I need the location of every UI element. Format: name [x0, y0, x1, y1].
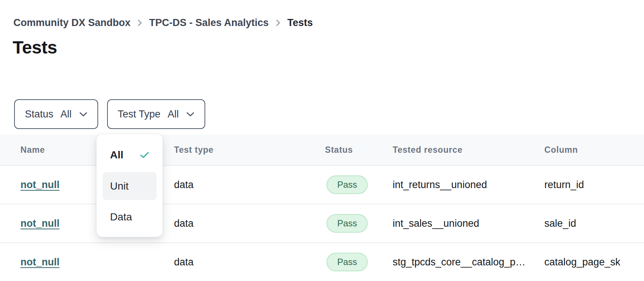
breadcrumb-item-project[interactable]: Community DX Sandbox [13, 17, 131, 29]
status-filter-label: Status [25, 109, 54, 120]
status-filter-button[interactable]: Status All [14, 99, 98, 129]
chevron-right-icon [276, 19, 280, 26]
column-cell: return_id [544, 179, 644, 191]
column-header-test-type: Test type [174, 145, 325, 155]
column-cell: catalog_page_sk [544, 256, 644, 268]
page-title: Tests [13, 37, 57, 58]
status-badge: Pass [326, 214, 368, 233]
tested-resource-cell: stg_tpcds_core__catalog_p… [393, 256, 544, 268]
test-type-cell: data [174, 179, 325, 191]
status-badge: Pass [326, 175, 368, 194]
test-name-link[interactable]: not_null [20, 179, 59, 190]
check-icon [140, 152, 149, 158]
dropdown-item-label: All [110, 149, 123, 161]
dropdown-item-unit[interactable]: Unit [103, 172, 157, 200]
table-row: not_null data Pass stg_tpcds_core__catal… [0, 242, 644, 281]
breadcrumb-item-tests: Tests [287, 17, 313, 29]
dropdown-item-all[interactable]: All [103, 144, 157, 166]
test-type-filter-label: Test Type [118, 109, 161, 120]
breadcrumb-item-pipeline[interactable]: TPC-DS - Sales Analytics [149, 17, 269, 29]
dropdown-item-label: Data [110, 211, 132, 223]
tested-resource-cell: int_returns__unioned [393, 179, 544, 191]
column-header-tested-resource: Tested resource [393, 145, 544, 155]
breadcrumb: Community DX Sandbox TPC-DS - Sales Anal… [13, 17, 313, 29]
filter-bar: Status All Test Type All [14, 99, 205, 129]
chevron-right-icon [138, 19, 142, 26]
status-badge: Pass [326, 253, 368, 271]
column-header-status: Status [325, 145, 393, 155]
test-type-cell: data [174, 256, 325, 268]
dropdown-item-data[interactable]: Data [103, 206, 157, 228]
column-header-column: Column [544, 145, 644, 155]
tests-page: Community DX Sandbox TPC-DS - Sales Anal… [0, 0, 644, 281]
column-cell: sale_id [544, 218, 644, 229]
test-name-link[interactable]: not_null [20, 218, 59, 229]
dropdown-item-label: Unit [110, 180, 129, 192]
test-name-link[interactable]: not_null [20, 256, 59, 268]
test-type-filter-button[interactable]: Test Type All [107, 99, 205, 129]
chevron-down-icon [186, 112, 194, 117]
chevron-down-icon [79, 112, 87, 117]
status-filter-value: All [61, 109, 72, 120]
test-type-dropdown-menu: All Unit Data [96, 134, 163, 237]
test-type-cell: data [174, 218, 325, 229]
test-type-filter-value: All [168, 109, 179, 120]
tested-resource-cell: int_sales__unioned [393, 218, 544, 229]
